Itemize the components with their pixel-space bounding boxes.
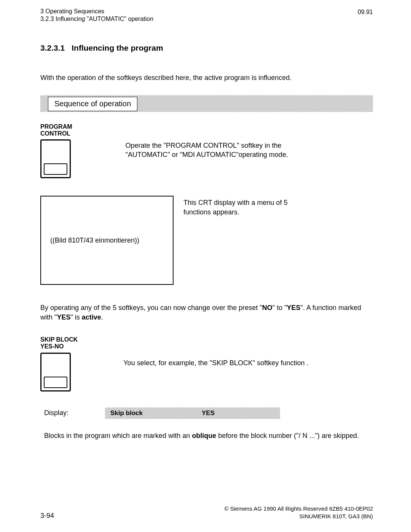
display-row: Display: Skip block YES: [40, 407, 373, 419]
display-label: Display:: [44, 409, 101, 417]
page-number: 3-94: [40, 512, 54, 520]
crt-description: This CRT display with a menu of 5 functi…: [183, 196, 287, 285]
document-page: 3 Operating Sequences 3.2.3 Influencing …: [0, 0, 411, 440]
softkey-column-2: SKIP BLOCK YES-NO: [40, 336, 78, 391]
page-header: 3 Operating Sequences 3.2.3 Influencing …: [40, 8, 373, 23]
intro-paragraph: With the operation of the softkeys descr…: [40, 74, 373, 82]
para3-bold: oblique: [192, 432, 216, 439]
softkey-icon: [40, 139, 71, 178]
para2-p2: " to ": [272, 304, 287, 312]
skip-explanation: Blocks in the program which are marked w…: [40, 431, 373, 440]
crt-text-line1: This CRT display with a menu of 5: [183, 199, 287, 206]
program-control-description: Operate the "PROGRAM CONTROL" softkey in…: [126, 123, 373, 179]
display-bar-text: Skip block YES: [110, 407, 280, 419]
softkey-icon-2: [40, 353, 71, 391]
desc-line2: "AUTOMATIC" or "MDI AUTOMATIC"operating …: [126, 151, 288, 158]
preset-paragraph: By operating any of the 5 softkeys, you …: [40, 303, 373, 322]
header-date: 09.91: [358, 8, 373, 23]
header-subsection: 3.2.3 Influencing "AUTOMATIC" operation: [40, 15, 153, 23]
para2-no: NO: [262, 304, 272, 312]
section-heading: 3.2.3.1 Influencing the program: [40, 43, 373, 53]
desc-line1: Operate the "PROGRAM CONTROL" softkey in…: [126, 142, 282, 149]
label2-line1: SKIP BLOCK: [40, 336, 78, 343]
label2-line2: YES-NO: [40, 343, 64, 350]
crt-placeholder-text: ((Bild 810T/43 einmontieren)): [50, 236, 139, 244]
para3-p1: Blocks in the program which are marked w…: [44, 432, 192, 439]
para2-p4: " is: [70, 313, 81, 321]
program-control-label: PROGRAM CONTROL: [40, 123, 72, 137]
sequence-of-operation-bar: Sequence of operation: [40, 95, 373, 112]
para2-active: active: [82, 313, 101, 321]
program-control-block: PROGRAM CONTROL Operate the "PROGRAM CON…: [40, 123, 373, 179]
crt-text-line2: functions appears.: [183, 208, 239, 216]
footer-right: © Siemens AG 1990 All Rights Reserved 6Z…: [225, 505, 373, 520]
softkey-inner-rect-2: [44, 377, 67, 388]
header-chapter: 3 Operating Sequences: [40, 8, 153, 15]
softkey-column: PROGRAM CONTROL: [40, 123, 72, 179]
crt-display-block: ((Bild 810T/43 einmontieren)) This CRT d…: [40, 196, 373, 285]
footer-product: SINUMERIK 810T, GA3 (BN): [299, 513, 373, 519]
page-footer: 3-94 © Siemens AG 1990 All Rights Reserv…: [40, 505, 373, 520]
skip-block-description: You select, for example, the "SKIP BLOCK…: [123, 336, 308, 391]
section-title-text: Influencing the program: [72, 43, 163, 53]
label-line2: CONTROL: [40, 130, 70, 137]
softkey-inner-rect: [44, 163, 67, 175]
display-value: YES: [202, 409, 215, 417]
display-field: Skip block: [110, 409, 202, 417]
para2-yes2: YES: [57, 313, 70, 321]
para3-p2: before the block number ("/ N ...") are …: [216, 432, 359, 439]
label-line1: PROGRAM: [40, 123, 72, 130]
skip-block-block: SKIP BLOCK YES-NO You select, for exampl…: [40, 336, 373, 391]
skip-block-label: SKIP BLOCK YES-NO: [40, 336, 78, 350]
crt-placeholder-frame: ((Bild 810T/43 einmontieren)): [40, 196, 174, 285]
sequence-label-box: Sequence of operation: [48, 97, 137, 111]
para2-p5: .: [101, 313, 103, 321]
para2-p1: By operating any of the 5 softkeys, you …: [40, 304, 262, 312]
display-bar: Skip block YES: [105, 407, 280, 419]
section-number: 3.2.3.1: [40, 43, 65, 53]
header-left: 3 Operating Sequences 3.2.3 Influencing …: [40, 8, 153, 23]
footer-copyright: © Siemens AG 1990 All Rights Reserved 6Z…: [225, 505, 373, 512]
para2-yes: YES: [287, 304, 301, 312]
